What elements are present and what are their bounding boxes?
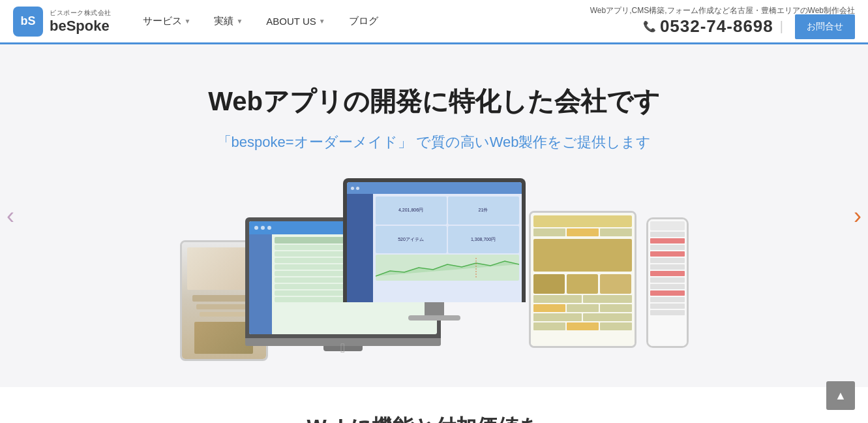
- imac-sidebar: [347, 194, 373, 302]
- tr-cell: [600, 228, 632, 236]
- phone-area: 📞 0532-74-8698: [643, 16, 773, 37]
- laptop-sidebar: [249, 234, 272, 334]
- main-nav: サービス ▼ 実績 ▼ ABOUT US ▼ ブログ: [131, 0, 643, 44]
- nav-about[interactable]: ABOUT US ▼: [254, 0, 337, 44]
- carousel-next-button[interactable]: ›: [854, 202, 861, 230]
- phone-screen: [648, 219, 687, 346]
- ph-row-red: [650, 251, 685, 257]
- ph-row: [650, 284, 685, 289]
- tr-cell: [533, 313, 582, 321]
- tr-image-row: [533, 274, 632, 294]
- imac-screen-body: 4,201,806円 21件 520アイテム 1,308,700円: [347, 194, 522, 302]
- tr-cell: [600, 322, 632, 330]
- header-tagline: Webアプリ,CMS構築,フォーム作成など名古屋・豊橋エリアのWeb制作会社: [590, 5, 855, 16]
- tr-cell: [583, 295, 632, 303]
- stat-box-2: 21件: [448, 196, 519, 225]
- tr-row: [533, 295, 632, 303]
- contact-button[interactable]: お問合せ: [795, 14, 855, 39]
- ph-row: [650, 304, 685, 309]
- caret-icon: ▼: [319, 18, 325, 25]
- logo-icon: bS: [13, 7, 43, 37]
- ph-row: [650, 258, 685, 263]
- imac-content: 4,201,806円 21件 520アイテム 1,308,700円: [373, 194, 522, 302]
- logo-text: ビスポーク株式会社 beSpoke: [50, 8, 112, 35]
- imac-foot: [408, 315, 460, 321]
- tr-cell: [533, 304, 565, 312]
- ph-row: [650, 277, 685, 283]
- bottom-section: Webに機能と付加価値を。: [0, 387, 868, 423]
- tr-cell: [533, 228, 565, 236]
- device-tablet-right: [529, 211, 636, 348]
- tr-row: [533, 313, 632, 321]
- tr-cell-highlight: [567, 228, 599, 236]
- imac-neck: [425, 302, 444, 315]
- ph-row: [650, 297, 685, 302]
- phone-number: 0532-74-8698: [660, 16, 773, 37]
- tr-row: [533, 322, 632, 330]
- tr-cell: [533, 322, 565, 330]
- nav-blog[interactable]: ブログ: [337, 0, 390, 44]
- ph-row-red: [650, 290, 685, 296]
- hero-section: Webアプリの開発に特化した会社です 「bespoke=オーダーメイド」 で質の…: [0, 44, 868, 387]
- ph-row: [650, 310, 685, 315]
- logo-company-name: ビスポーク株式会社: [50, 8, 112, 18]
- tr-cell: [533, 295, 582, 303]
- laptop-base: : [245, 338, 441, 346]
- ph-row: [650, 245, 685, 250]
- tablet-right-screen: [531, 213, 635, 346]
- header: bS ビスポーク株式会社 beSpoke サービス ▼ 実績 ▼ ABOUT U…: [0, 0, 868, 44]
- tr-row: [533, 304, 632, 312]
- tr-cell: [583, 313, 632, 321]
- stat-box-1: 4,201,806円: [376, 196, 447, 225]
- separator: |: [780, 19, 783, 34]
- logo[interactable]: bS ビスポーク株式会社 beSpoke: [13, 7, 112, 37]
- caret-icon: ▼: [236, 18, 243, 25]
- ph-row: [650, 264, 685, 270]
- tr-image: [533, 239, 632, 272]
- tr-cell: [567, 304, 599, 312]
- hero-title: Webアプリの開発に特化した会社です: [13, 84, 855, 119]
- nav-services[interactable]: サービス ▼: [131, 0, 203, 44]
- phone-icon: 📞: [643, 20, 656, 33]
- tr-row: [533, 228, 632, 236]
- bottom-title: Webに機能と付加価値を。: [13, 413, 855, 423]
- tr-header: [533, 215, 632, 227]
- back-to-top-button[interactable]: ▲: [826, 381, 855, 410]
- stat-box-4: 1,308,700円: [448, 226, 519, 254]
- carousel-prev-button[interactable]: ‹: [7, 202, 14, 230]
- device-phone: [646, 217, 689, 348]
- ph-row: [650, 232, 685, 237]
- stat-box-3: 520アイテム: [376, 226, 447, 254]
- ph-row-red: [650, 238, 685, 243]
- imac-screen: 4,201,806円 21件 520アイテム 1,308,700円: [347, 182, 522, 302]
- imac-screen-wrap: 4,201,806円 21件 520アイテム 1,308,700円: [343, 178, 526, 302]
- tr-cell: [600, 304, 632, 312]
- apple-logo-icon: : [245, 338, 441, 358]
- hero-subtitle: 「bespoke=オーダーメイド」 で質の高いWeb製作をご提供します: [13, 133, 855, 152]
- imac-chart: [376, 255, 519, 281]
- hero-devices:  4,201,806円 21件 520アイテム: [180, 178, 689, 361]
- tr-cell: [567, 322, 599, 330]
- chart-svg: [376, 258, 519, 277]
- device-imac: 4,201,806円 21件 520アイテム 1,308,700円: [343, 178, 526, 328]
- ph-row-red: [650, 271, 685, 276]
- logo-brand-name: beSpoke: [50, 18, 112, 35]
- caret-icon: ▼: [185, 18, 191, 25]
- nav-results[interactable]: 実績 ▼: [202, 0, 254, 44]
- ph-header: [650, 221, 685, 230]
- imac-screen-header: [347, 182, 522, 194]
